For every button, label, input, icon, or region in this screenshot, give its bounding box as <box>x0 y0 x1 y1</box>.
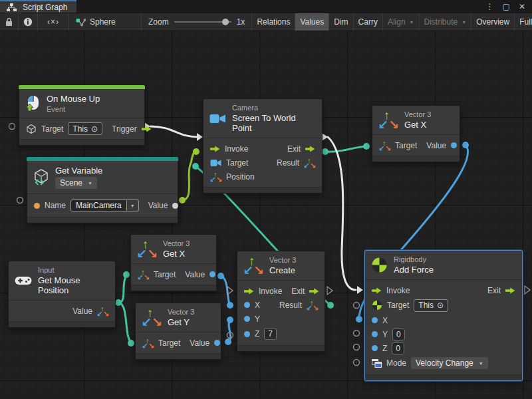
node-footer <box>237 345 325 351</box>
relations-button[interactable]: Relations <box>252 13 295 31</box>
node-rigidbody-add-force[interactable]: Rigidbody Add Force Invoke Exit Target T… <box>364 250 523 381</box>
vector3-icon[interactable]: ↑↙↘ <box>307 300 318 311</box>
x-port[interactable] <box>372 317 378 323</box>
chevron-down-icon: ▼ <box>410 20 414 25</box>
z-port[interactable] <box>372 345 378 351</box>
mouse-icon <box>25 95 41 112</box>
port-label-target: Target <box>395 141 417 150</box>
y-value-field[interactable]: 0 <box>392 329 405 340</box>
port-label-mode: Mode <box>386 358 406 368</box>
vector3-icon[interactable]: ↑↙↘ <box>142 338 154 348</box>
vector3-icon[interactable]: ↑↙↘ <box>210 172 221 182</box>
script-graph-tab[interactable]: Script Graph <box>0 0 76 13</box>
node-category: Rigidbody <box>394 255 434 263</box>
vector3-icon[interactable]: ↑↙↘ <box>97 306 108 317</box>
port-label-exit: Exit <box>291 287 305 296</box>
unity-variable-icon <box>33 169 49 186</box>
variable-name-field[interactable]: MainCamera ▼ <box>70 200 139 211</box>
green-arrow-icon[interactable] <box>305 146 315 152</box>
vector3-icon: ↑↙↘ <box>378 111 398 130</box>
value-port[interactable] <box>172 203 178 209</box>
vector3-icon[interactable]: ↑↙↘ <box>138 269 149 280</box>
code-view-button[interactable]: ‹×› <box>38 13 69 31</box>
chevron-down-icon[interactable]: ▼ <box>127 200 139 211</box>
z-port[interactable] <box>244 331 250 337</box>
tab-bar-spacer <box>76 0 479 13</box>
x-port[interactable] <box>244 302 250 308</box>
node-title: Create <box>269 265 296 275</box>
port-label-z: Z <box>255 329 259 338</box>
target-object-field[interactable]: This ⊙ <box>68 122 102 135</box>
value-port[interactable] <box>214 340 220 346</box>
node-vector3-get-y[interactable]: ↑↙↘ Vector 3 Get Y ↑↙↘ Target Value <box>135 303 221 360</box>
vector3-icon[interactable]: ↑↙↘ <box>379 140 390 151</box>
port-label-value: Value <box>72 307 92 316</box>
zoom-slider-thumb[interactable] <box>222 19 229 25</box>
script-graph-icon <box>4 3 19 11</box>
node-title: Get X <box>404 120 431 130</box>
zoom-slider[interactable] <box>174 21 231 23</box>
kebab-menu-icon[interactable]: ⋮ <box>486 3 494 11</box>
distribute-button[interactable]: Distribute▼ <box>420 13 472 31</box>
object-picker-icon[interactable]: ⊙ <box>437 301 444 309</box>
node-get-mouse-position[interactable]: Input Get Mouse Position Value ↑↙↘ <box>8 261 116 328</box>
full-screen-button[interactable]: Full Screen <box>515 13 532 31</box>
node-get-variable[interactable]: Get Variable Scene ▼ Name MainCamera ▼ V… <box>27 157 178 223</box>
maximize-button[interactable]: ▢ <box>503 3 510 11</box>
port-label-value: Value <box>190 338 209 348</box>
carry-button[interactable]: Carry <box>354 13 383 31</box>
port-label-target: Target <box>226 158 248 168</box>
variable-scope-dropdown[interactable]: Scene ▼ <box>55 177 97 189</box>
node-vector3-get-x-top[interactable]: ↑↙↘ Vector 3 Get X ↑↙↘ Target Value <box>372 105 460 162</box>
force-mode-dropdown[interactable]: Velocity Change ▼ <box>411 357 488 369</box>
overview-button[interactable]: Overview <box>471 13 515 31</box>
target-object-field[interactable]: This ⊙ <box>414 299 448 312</box>
node-screen-to-world-point[interactable]: Camera Screen To World Point Invoke Exit… <box>203 98 323 194</box>
z-value-field[interactable]: 0 <box>392 342 404 354</box>
info-button[interactable] <box>19 13 38 31</box>
node-category: Vector 3 <box>269 256 296 264</box>
port-label-exit: Exit <box>487 286 501 295</box>
rigidbody-icon <box>371 257 388 273</box>
value-port[interactable] <box>209 271 215 277</box>
green-arrow-icon[interactable] <box>505 287 515 294</box>
value-port[interactable] <box>451 142 457 148</box>
green-arrow-icon[interactable] <box>244 288 254 295</box>
port-label-name: Name <box>45 201 66 210</box>
node-vector3-create[interactable]: ↑↙↘ Vector 3 Create Invoke Exit X Result… <box>237 251 325 352</box>
node-on-mouse-up[interactable]: On Mouse Up Event Target This ⊙ Trigger <box>19 85 145 146</box>
vector3-icon: ↑↙↘ <box>142 309 162 327</box>
port-label-y: Y <box>382 330 388 339</box>
breadcrumb[interactable]: Sphere <box>69 13 142 31</box>
name-port[interactable] <box>34 203 40 209</box>
y-port[interactable] <box>372 331 378 337</box>
y-port[interactable] <box>244 316 250 322</box>
node-footer <box>203 187 322 193</box>
align-button[interactable]: Align▼ <box>383 13 420 31</box>
vector3-icon[interactable]: ↑↙↘ <box>304 158 315 168</box>
port-label-x: X <box>255 301 260 310</box>
node-footer <box>19 139 144 145</box>
zoom-value: 1x <box>237 17 245 27</box>
values-button[interactable]: Values <box>295 13 329 31</box>
dim-button[interactable]: Dim <box>329 13 353 31</box>
lock-button[interactable] <box>0 13 19 31</box>
node-category: Vector 3 <box>163 239 190 247</box>
node-vector3-get-x[interactable]: ↑↙↘ Vector 3 Get X ↑↙↘ Target Value <box>130 234 217 291</box>
z-value-field[interactable]: 7 <box>264 328 277 340</box>
port-label-result: Result <box>277 158 299 168</box>
object-picker-icon[interactable]: ⊙ <box>91 125 98 133</box>
force-mode-icon <box>372 359 382 368</box>
vector3-icon: ↑↙↘ <box>137 240 157 259</box>
green-arrow-icon[interactable] <box>142 126 152 132</box>
green-arrow-icon[interactable] <box>372 287 382 294</box>
port-label-value: Value <box>185 270 205 279</box>
node-title: On Mouse Up <box>47 94 100 104</box>
vector3-icon: ↑↙↘ <box>243 257 263 275</box>
close-button[interactable]: ✕ <box>519 3 525 11</box>
graph-breadcrumb-icon <box>76 18 86 27</box>
chevron-down-icon: ▼ <box>479 361 483 366</box>
node-footer <box>365 374 522 380</box>
green-arrow-icon[interactable] <box>210 146 220 152</box>
green-arrow-icon[interactable] <box>309 288 319 295</box>
